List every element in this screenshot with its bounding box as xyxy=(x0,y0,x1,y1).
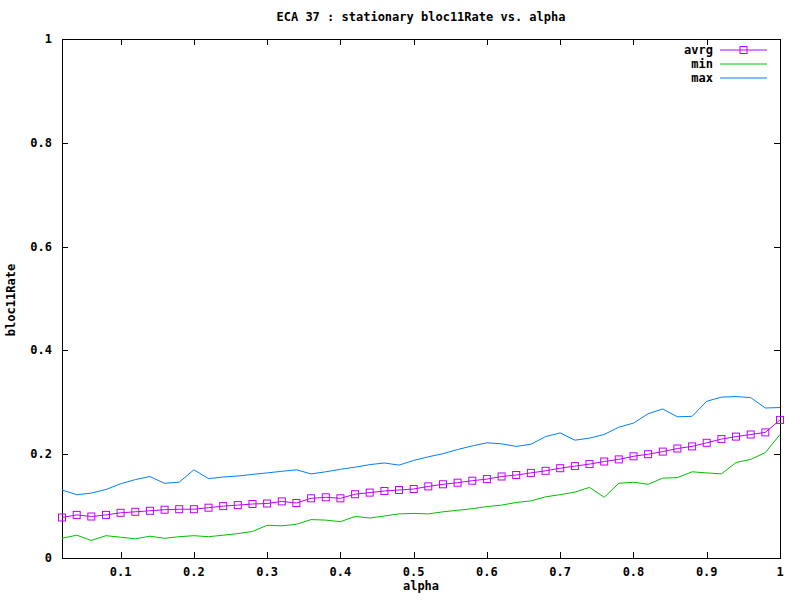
x-tick-label: 0.5 xyxy=(403,565,425,579)
x-tick-label: 1 xyxy=(776,565,783,579)
x-tick-label: 0.4 xyxy=(330,565,352,579)
x-tick-label: 0.1 xyxy=(110,565,132,579)
y-tick-label: 0.2 xyxy=(30,447,52,461)
plot-area: 0.10.20.30.40.50.60.70.80.9100.20.40.60.… xyxy=(0,0,800,600)
legend-label-max: max xyxy=(691,71,713,85)
x-tick-label: 0.3 xyxy=(256,565,278,579)
x-tick-label: 0.9 xyxy=(696,565,718,579)
plot-border xyxy=(62,39,780,558)
y-tick-label: 1 xyxy=(45,32,52,46)
chart-canvas: ECA 37 : stationary bloc11Rate vs. alpha… xyxy=(0,0,800,600)
y-tick-label: 0 xyxy=(45,551,52,565)
y-tick-label: 0.6 xyxy=(30,240,52,254)
legend-label-min: min xyxy=(691,57,713,71)
y-tick-label: 0.4 xyxy=(30,343,52,357)
series-avrg-line xyxy=(62,420,780,518)
legend-label-avrg: avrg xyxy=(684,43,713,57)
x-tick-label: 0.2 xyxy=(183,565,205,579)
series-max-line xyxy=(62,397,780,495)
y-tick-label: 0.8 xyxy=(30,136,52,150)
x-tick-label: 0.8 xyxy=(623,565,645,579)
x-tick-label: 0.7 xyxy=(549,565,571,579)
x-tick-label: 0.6 xyxy=(476,565,498,579)
